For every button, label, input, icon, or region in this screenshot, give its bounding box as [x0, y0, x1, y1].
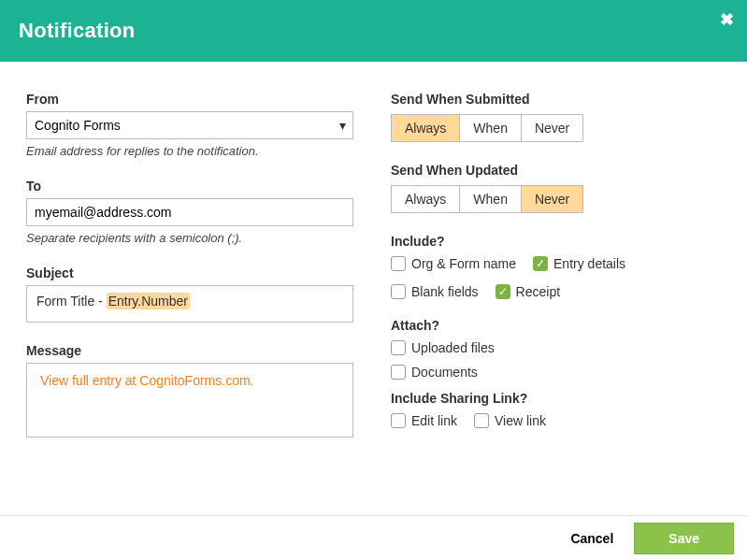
send-updated-label: Send When Updated — [391, 163, 721, 178]
checkbox-label: Org & Form name — [411, 256, 516, 271]
subject-prefix: Form Title - — [36, 294, 107, 309]
message-input[interactable]: View full entry at CognitoForms.com. — [26, 363, 353, 438]
segment-always-2[interactable]: Always — [391, 185, 460, 213]
checkbox-icon — [391, 256, 406, 271]
checkbox-icon — [391, 413, 406, 428]
to-field-group: To Separate recipients with a semicolon … — [26, 179, 353, 245]
sharing-checkboxes: Edit link View link — [391, 413, 721, 428]
checkbox-view-link[interactable]: View link — [474, 413, 546, 428]
to-hint: Separate recipients with a semicolon (;)… — [26, 231, 353, 245]
subject-token[interactable]: Entry.Number — [107, 293, 190, 309]
checkbox-org-form-name[interactable]: Org & Form name — [391, 256, 516, 271]
segment-when[interactable]: When — [460, 114, 522, 142]
message-label: Message — [26, 343, 353, 358]
send-submitted-group: Always When Never — [391, 114, 583, 142]
checkbox-label: Entry details — [553, 256, 625, 271]
message-field-group: Message View full entry at CognitoForms.… — [26, 343, 353, 438]
checkbox-documents[interactable]: Documents — [391, 365, 721, 380]
right-column: Send When Submitted Always When Never Se… — [391, 92, 721, 515]
send-submitted-label: Send When Submitted — [391, 92, 721, 107]
checkbox-label: Documents — [411, 365, 478, 380]
to-label: To — [26, 179, 353, 194]
checkbox-icon: ✓ — [533, 256, 548, 271]
checkbox-edit-link[interactable]: Edit link — [391, 413, 457, 428]
checkbox-uploaded-files[interactable]: Uploaded files — [391, 340, 721, 355]
checkbox-label: Blank fields — [411, 284, 479, 299]
checkbox-entry-details[interactable]: ✓ Entry details — [533, 256, 625, 271]
from-hint: Email address for replies to the notific… — [26, 144, 353, 158]
from-select-wrap[interactable]: Cognito Forms ▾ — [26, 111, 353, 139]
include-label: Include? — [391, 234, 721, 249]
checkbox-label: Edit link — [411, 413, 457, 428]
close-icon[interactable]: ✖ — [720, 9, 734, 30]
modal-title: Notification — [19, 19, 136, 43]
modal-header: Notification ✖ — [0, 0, 747, 62]
segment-never-2[interactable]: Never — [522, 185, 583, 213]
left-column: From Cognito Forms ▾ Email address for r… — [26, 92, 353, 515]
save-button[interactable]: Save — [634, 523, 734, 554]
subject-label: Subject — [26, 266, 353, 280]
modal-footer: Cancel Save — [0, 515, 747, 560]
subject-field-group: Subject Form Title - Entry.Number — [26, 266, 353, 323]
modal-content: From Cognito Forms ▾ Email address for r… — [0, 62, 747, 515]
to-input[interactable] — [26, 198, 353, 226]
checkbox-blank-fields[interactable]: Blank fields — [391, 284, 479, 299]
checkbox-icon — [474, 413, 489, 428]
sharing-label: Include Sharing Link? — [391, 391, 721, 406]
checkbox-icon: ✓ — [496, 284, 510, 299]
from-field-group: From Cognito Forms ▾ Email address for r… — [26, 92, 353, 158]
cancel-button[interactable]: Cancel — [570, 531, 613, 546]
send-updated-group: Always When Never — [391, 185, 583, 213]
segment-never[interactable]: Never — [522, 114, 583, 142]
checkbox-icon — [391, 340, 406, 355]
from-select[interactable]: Cognito Forms — [26, 111, 353, 139]
checkbox-label: View link — [495, 413, 546, 428]
checkbox-receipt[interactable]: ✓ Receipt — [496, 284, 560, 299]
attach-checkboxes: Uploaded files Documents — [391, 340, 721, 380]
attach-label: Attach? — [391, 318, 721, 333]
message-link[interactable]: View full entry at CognitoForms.com. — [40, 373, 254, 388]
include-checkboxes: Org & Form name ✓ Entry details Blank fi… — [391, 256, 721, 299]
segment-when-2[interactable]: When — [460, 185, 522, 213]
from-label: From — [26, 92, 353, 107]
checkbox-label: Receipt — [516, 284, 560, 299]
checkbox-icon — [391, 284, 406, 299]
checkbox-label: Uploaded files — [411, 340, 495, 355]
subject-input[interactable]: Form Title - Entry.Number — [26, 285, 353, 323]
segment-always[interactable]: Always — [391, 114, 460, 142]
checkbox-icon — [391, 365, 406, 380]
